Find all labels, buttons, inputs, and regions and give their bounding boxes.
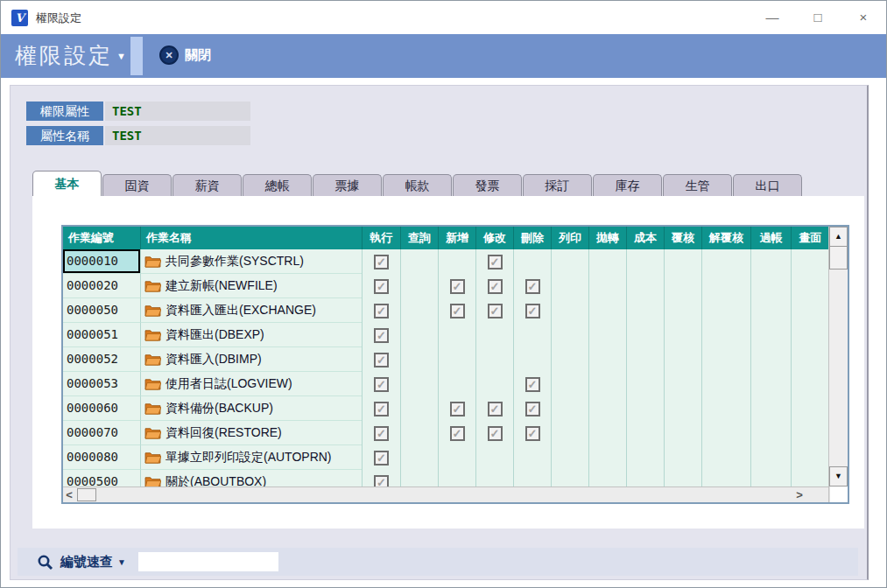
- task-code-cell[interactable]: 0000060: [63, 396, 140, 421]
- perm-cell-新增: [438, 470, 475, 486]
- scroll-right-icon[interactable]: >: [793, 488, 806, 502]
- checkbox-checked[interactable]: ✓: [374, 475, 389, 487]
- checkbox-checked[interactable]: ✓: [525, 402, 540, 416]
- checkbox-checked[interactable]: ✓: [374, 255, 389, 270]
- task-code-cell-selected[interactable]: 0000010: [63, 249, 140, 274]
- tab-11[interactable]: 出口: [733, 174, 802, 196]
- tab-7[interactable]: 發票: [453, 174, 522, 196]
- title-bar: V 權限設定 — □ ×: [1, 1, 886, 34]
- checkbox-checked[interactable]: ✓: [488, 426, 503, 441]
- task-code-cell[interactable]: 0000051: [63, 323, 140, 347]
- task-name-cell[interactable]: 資料回復(RESTORE): [140, 421, 362, 445]
- quick-search-input[interactable]: [138, 552, 278, 571]
- maximize-button[interactable]: □: [795, 1, 841, 34]
- task-name-cell[interactable]: 使用者日誌(LOGVIEW): [140, 372, 362, 396]
- checkbox-checked[interactable]: ✓: [525, 426, 540, 441]
- quick-search-label[interactable]: 編號速查: [60, 554, 113, 570]
- checkbox-checked[interactable]: ✓: [488, 304, 503, 318]
- scroll-up-icon[interactable]: ▲: [829, 227, 848, 247]
- checkbox-checked[interactable]: ✓: [450, 402, 465, 416]
- tab-5[interactable]: 票據: [313, 174, 382, 196]
- task-code-cell[interactable]: 0000500: [63, 470, 140, 486]
- task-name-cell[interactable]: 資料匯入匯出(EXCHANGE): [140, 298, 362, 323]
- toolbar-title-menu[interactable]: 權限設定▼: [15, 41, 126, 70]
- checkbox-checked[interactable]: ✓: [374, 451, 389, 466]
- task-name-cell[interactable]: 共同參數作業(SYSCTRL): [140, 249, 362, 274]
- vertical-scrollbar[interactable]: ▲ ▼: [828, 227, 848, 502]
- checkbox-checked[interactable]: ✓: [374, 304, 389, 318]
- task-name-text: 單據立即列印設定(AUTOPRN): [165, 450, 332, 466]
- tab-10[interactable]: 生管: [663, 174, 732, 196]
- checkbox-checked[interactable]: ✓: [374, 328, 389, 343]
- toolbar-title-text: 權限設定: [15, 43, 113, 67]
- task-code-cell[interactable]: 0000070: [63, 421, 140, 445]
- checkbox-checked[interactable]: ✓: [450, 426, 465, 441]
- checkbox-checked[interactable]: ✓: [374, 353, 389, 368]
- table-row[interactable]: 0000050資料匯入匯出(EXCHANGE)✓✓✓✓: [63, 298, 828, 323]
- checkmark-icon: ✓: [377, 354, 386, 366]
- task-name-cell[interactable]: 單據立即列印設定(AUTOPRN): [140, 445, 362, 470]
- table-row[interactable]: 0000080單據立即列印設定(AUTOPRN)✓: [63, 445, 828, 470]
- task-name-cell[interactable]: 資料匯入(DBIMP): [140, 347, 362, 372]
- scroll-left-icon[interactable]: <: [63, 488, 75, 502]
- chevron-down-icon[interactable]: ▼: [117, 557, 126, 567]
- checkbox-checked[interactable]: ✓: [488, 279, 503, 294]
- task-code-cell[interactable]: 0000020: [63, 274, 140, 298]
- scroll-down-icon[interactable]: ▼: [829, 466, 848, 486]
- field-value[interactable]: TEST: [105, 102, 250, 121]
- table-row[interactable]: 0000053使用者日誌(LOGVIEW)✓✓: [63, 372, 828, 396]
- tab-6[interactable]: 帳款: [383, 174, 452, 196]
- checkmark-icon: ✓: [528, 305, 538, 317]
- table-row[interactable]: 0000060資料備份(BACKUP)✓✓✓✓: [63, 396, 828, 421]
- task-code-cell[interactable]: 0000080: [63, 445, 140, 470]
- tab-4[interactable]: 總帳: [243, 174, 312, 196]
- task-name-cell[interactable]: 資料匯出(DBEXP): [140, 323, 362, 347]
- perm-cell-畫面: [791, 274, 828, 298]
- table-row[interactable]: 0000010共同參數作業(SYSCTRL)✓✓: [63, 249, 828, 274]
- horizontal-scroll-thumb[interactable]: [77, 488, 96, 501]
- checkbox-checked[interactable]: ✓: [450, 279, 465, 294]
- task-code-cell[interactable]: 0000050: [63, 298, 140, 323]
- tab-9[interactable]: 庫存: [593, 174, 662, 196]
- perm-cell-修改: [475, 323, 513, 347]
- close-window-button[interactable]: ×: [841, 1, 886, 34]
- table-row[interactable]: 0000070資料回復(RESTORE)✓✓✓✓: [63, 421, 828, 445]
- checkbox-checked[interactable]: ✓: [374, 279, 389, 294]
- table-row[interactable]: 0000020建立新帳(NEWFILE)✓✓✓✓: [63, 274, 828, 298]
- task-code-cell[interactable]: 0000052: [63, 347, 140, 372]
- horizontal-scrollbar[interactable]: < >: [63, 486, 828, 502]
- folder-icon: [144, 451, 161, 464]
- task-code-cell[interactable]: 0000053: [63, 372, 140, 396]
- checkbox-checked[interactable]: ✓: [488, 402, 503, 416]
- checkbox-checked[interactable]: ✓: [450, 304, 465, 318]
- checkbox-checked[interactable]: ✓: [374, 426, 389, 441]
- checkbox-checked[interactable]: ✓: [488, 255, 503, 270]
- vertical-scroll-thumb[interactable]: [829, 247, 848, 270]
- checkbox-checked[interactable]: ✓: [525, 279, 540, 294]
- perm-cell-成本: [626, 470, 664, 486]
- column-header: 修改: [475, 227, 513, 249]
- perm-cell-查詢: [400, 298, 438, 323]
- task-name-cell[interactable]: 關於(ABOUTBOX): [140, 470, 362, 486]
- tab-1[interactable]: 基本: [32, 171, 102, 196]
- field-value[interactable]: TEST: [105, 126, 250, 145]
- perm-cell-拋轉: [588, 445, 626, 470]
- checkbox-checked[interactable]: ✓: [525, 377, 540, 392]
- checkbox-checked[interactable]: ✓: [525, 304, 540, 318]
- task-name-cell[interactable]: 建立新帳(NEWFILE): [140, 274, 362, 298]
- task-name-cell[interactable]: 資料備份(BACKUP): [140, 396, 362, 421]
- tab-8[interactable]: 採訂: [523, 174, 592, 196]
- perm-cell-解覆核: [701, 323, 750, 347]
- perm-cell-刪除: [513, 445, 551, 470]
- table-row[interactable]: 0000052資料匯入(DBIMP)✓: [63, 347, 828, 372]
- tab-3[interactable]: 薪資: [172, 174, 242, 196]
- table-row[interactable]: 0000051資料匯出(DBEXP)✓: [63, 323, 828, 347]
- tab-2[interactable]: 固資: [102, 174, 172, 196]
- table-row[interactable]: 0000500關於(ABOUTBOX)✓: [63, 470, 828, 486]
- checkbox-checked[interactable]: ✓: [374, 377, 389, 392]
- minimize-button[interactable]: —: [750, 1, 795, 34]
- checkbox-checked[interactable]: ✓: [374, 402, 389, 416]
- close-form-button[interactable]: ✕ 關閉: [159, 46, 211, 65]
- perm-cell-成本: [626, 445, 664, 470]
- vertical-scroll-track[interactable]: [829, 270, 848, 466]
